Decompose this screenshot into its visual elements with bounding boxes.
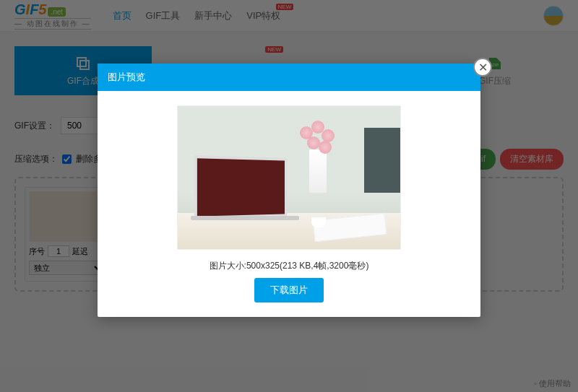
preview-image xyxy=(177,105,401,250)
modal-overlay: 图片预览 ✕ 图片大小:500x325(213 KB xyxy=(0,0,578,392)
download-image-button[interactable]: 下载图片 xyxy=(254,278,324,302)
close-icon[interactable]: ✕ xyxy=(473,58,492,77)
preview-modal: 图片预览 ✕ 图片大小:500x325(213 KB xyxy=(98,64,480,317)
image-info: 图片大小:500x325(213 KB,4帧,3200毫秒) xyxy=(112,260,466,272)
modal-title: 图片预览 xyxy=(98,64,480,91)
